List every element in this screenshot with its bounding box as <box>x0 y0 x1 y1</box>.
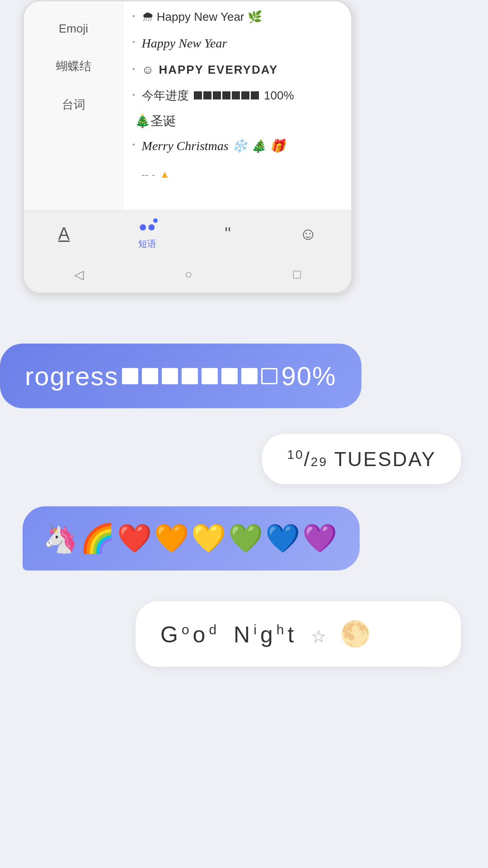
goodnight-bubble[interactable]: Good Night ☆ 🌕 <box>136 601 461 667</box>
item-progress: 今年进度 100% <box>142 87 294 104</box>
main-content: • 🌨 Happy New Year 🌿 • Happy New Year • … <box>123 1 351 209</box>
bullet-icon: • <box>132 37 135 47</box>
quote-icon: " <box>225 224 231 244</box>
sidebar-item-bowtie[interactable]: 蝴蝶结 <box>24 47 123 85</box>
prog-block-6 <box>221 368 238 384</box>
sidebar-item-lines[interactable]: 台词 <box>24 85 123 124</box>
toolbar-quote-button[interactable]: " <box>216 220 240 248</box>
partial-dashes: -- - <box>141 168 155 181</box>
list-item[interactable]: • Happy New Year <box>132 34 342 53</box>
list-item[interactable]: • 今年进度 100% <box>132 87 342 104</box>
bullet-icon: • <box>132 90 135 100</box>
prog-block-3 <box>162 368 178 384</box>
emoji-bubble-container: 🦄🌈❤️🧡💛💚💙💜 <box>23 506 360 571</box>
smiley-icon: ☺ <box>299 224 317 244</box>
progress-text: rogress 90% <box>25 361 337 391</box>
list-item[interactable]: • Merry Christmas ❄️ 🎄 🎁 <box>132 137 342 156</box>
phone-body: Emoji 蝴蝶结 台词 • 🌨 Happy New Year 🌿 • Happ… <box>23 0 352 294</box>
emoji-bubble[interactable]: 🦄🌈❤️🧡💛💚💙💜 <box>23 506 360 571</box>
bullet-icon: • <box>132 139 135 150</box>
back-icon[interactable]: ◁ <box>74 267 84 282</box>
bullet-icon: • <box>132 11 135 22</box>
home-icon[interactable]: ○ <box>185 267 192 282</box>
toolbar-font-button[interactable]: A <box>49 220 79 248</box>
partial-arrow-icon: ▲ <box>160 169 170 180</box>
phone-mockup: Emoji 蝴蝶结 台词 • 🌨 Happy New Year 🌿 • Happ… <box>23 0 352 294</box>
progress-bubble[interactable]: rogress 90% <box>0 344 361 408</box>
sidebar: Emoji 蝴蝶结 台词 <box>24 1 123 209</box>
goodnight-container: Good Night ☆ 🌕 <box>136 601 461 667</box>
toolbar-phrases-button[interactable]: ●● 短语 <box>129 214 165 255</box>
date-day: 29 <box>311 455 328 469</box>
moon-icon: 🌕 <box>340 619 371 649</box>
prog-block-1 <box>122 368 138 384</box>
date-month: 10 <box>287 448 304 462</box>
prog-block-2 <box>142 368 158 384</box>
list-item[interactable]: • 🌨 Happy New Year 🌿 <box>132 8 342 26</box>
progress-percentage: 90% <box>281 361 336 391</box>
font-icon: A <box>58 224 70 244</box>
date-weekday: TUESDAY <box>334 448 436 470</box>
prog-block-7 <box>241 368 258 384</box>
goodnight-text: Good <box>160 622 220 648</box>
sidebar-item-emoji[interactable]: Emoji <box>24 10 123 47</box>
phrases-icon: ●● <box>138 218 156 235</box>
date-bubble-container: 10/29 TUESDAY <box>262 434 461 484</box>
progress-message-container: rogress 90% <box>0 344 316 408</box>
prog-block-4 <box>182 368 198 384</box>
phrases-label: 短语 <box>138 238 156 250</box>
emoji-content: 🦄🌈❤️🧡💛💚💙💜 <box>43 523 339 554</box>
item-merry-christmas: Merry Christmas ❄️ 🎄 🎁 <box>142 137 286 156</box>
recent-icon[interactable]: □ <box>293 267 301 282</box>
date-text: 10/29 TUESDAY <box>287 448 436 470</box>
progress-blocks <box>194 91 259 99</box>
goodnight-night-text: Night <box>234 622 297 648</box>
date-bubble[interactable]: 10/29 TUESDAY <box>262 434 461 484</box>
section-header-christmas: 🎄圣诞 <box>132 113 342 130</box>
prog-block-empty <box>261 368 277 384</box>
item-happy-everyday: ☺ HAPPY EVERYDAY <box>142 61 278 79</box>
toolbar-emoji-button[interactable]: ☺ <box>290 220 326 248</box>
prog-block-5 <box>202 368 218 384</box>
bottom-toolbar: A ●● 短语 " ☺ <box>24 211 351 256</box>
list-item[interactable]: • ☺ HAPPY EVERYDAY <box>132 61 342 79</box>
bullet-icon: • <box>132 64 135 75</box>
star-icon: ☆ <box>311 627 326 646</box>
item-happy-new-year-script: Happy New Year <box>142 34 227 53</box>
item-happy-new-year-emoji: 🌨 Happy New Year 🌿 <box>142 8 262 26</box>
progress-prefix: rogress <box>25 361 118 391</box>
nav-bar: ◁ ○ □ <box>24 256 351 292</box>
partial-item: -- - ▲ <box>132 164 342 185</box>
